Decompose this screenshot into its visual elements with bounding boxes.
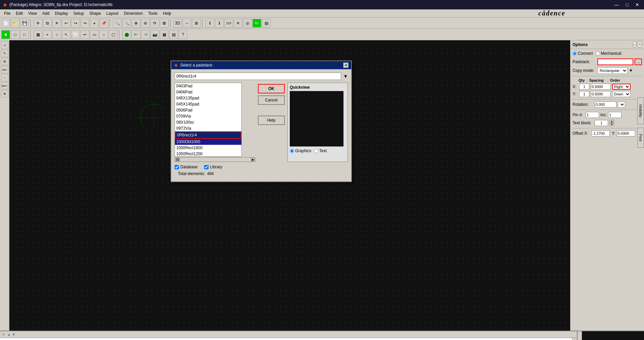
x-qty-input[interactable]: [579, 84, 589, 90]
t2-btn19[interactable]: ?: [179, 30, 187, 39]
3d-btn[interactable]: 3D: [173, 19, 182, 28]
t2-btn12[interactable]: ▢: [109, 30, 118, 39]
undo2-btn[interactable]: ↪: [71, 19, 80, 28]
menu-item-view[interactable]: View: [26, 10, 40, 16]
padstack-browse-button[interactable]: ...: [635, 58, 642, 65]
close-button[interactable]: ✕: [633, 1, 641, 8]
connect-radio-label[interactable]: Connect: [572, 51, 593, 56]
add-btn[interactable]: ●: [90, 19, 99, 28]
log-scrollbar-vertical[interactable]: ▲ ▼: [572, 338, 577, 340]
menu-item-setup[interactable]: Setup: [71, 10, 87, 16]
ok-button[interactable]: OK: [258, 84, 285, 93]
t2-btn18[interactable]: ▤: [169, 30, 178, 39]
zoom-out-btn[interactable]: 🔍: [122, 19, 131, 28]
x-spacing-input[interactable]: [591, 84, 611, 90]
list-item-045X145pad[interactable]: 045X145pad: [175, 101, 241, 107]
calc-btn[interactable]: ✕: [234, 19, 242, 28]
database-checkbox-label[interactable]: Database: [175, 165, 197, 169]
cancel-button[interactable]: Cancel: [258, 95, 285, 105]
move-btn[interactable]: ✛: [34, 19, 42, 28]
dialog-close-button[interactable]: ✕: [343, 62, 349, 68]
t2-btn1[interactable]: ■: [1, 30, 10, 39]
rotation-input[interactable]: [595, 101, 616, 108]
t2-btn5[interactable]: ▪: [43, 30, 52, 39]
textblock-input[interactable]: [595, 120, 608, 126]
t2-btn11[interactable]: ○: [99, 30, 108, 39]
padstack-input[interactable]: [597, 58, 633, 65]
sidebar-btn-3[interactable]: ⊞: [1, 58, 8, 65]
zoom-in-btn[interactable]: 🔍: [113, 19, 122, 28]
mechanical-radio-label[interactable]: Mechanical: [596, 51, 622, 56]
undo3-btn[interactable]: ↪: [81, 19, 89, 28]
t2-btn2[interactable]: □: [11, 30, 19, 39]
offset-x-input[interactable]: [591, 130, 610, 136]
x-order-select[interactable]: Right Left: [612, 84, 631, 90]
canvas-area[interactable]: ★ Select a padstack: ✕ ▼ 0403Pad: [9, 40, 570, 331]
textblock-down-button[interactable]: ▼: [609, 123, 614, 126]
zoom-prev-btn[interactable]: ⊖: [141, 19, 150, 28]
list-item-0403Pad[interactable]: 0403Pad: [175, 83, 241, 89]
find-tab[interactable]: Find: [637, 128, 644, 148]
y-spacing-input[interactable]: [591, 91, 611, 97]
maximize-button[interactable]: □: [624, 1, 631, 8]
t2-btn14[interactable]: ⊢: [132, 30, 140, 39]
menu-item-help[interactable]: Help: [160, 10, 174, 16]
t2-btn8[interactable]: ⬜: [71, 30, 80, 39]
list-item-1000Rect1800[interactable]: 1000Rect1800: [175, 145, 241, 151]
open-btn[interactable]: 📂: [11, 19, 19, 28]
zoom-fit-btn[interactable]: ⊕: [132, 19, 140, 28]
database-checkbox[interactable]: [175, 165, 179, 169]
measure-btn[interactable]: ◎: [243, 19, 252, 28]
options-pin-button[interactable]: +: [633, 42, 636, 47]
visibility-tab[interactable]: Visibility: [637, 97, 644, 124]
y-qty-input[interactable]: [579, 91, 589, 97]
graphics-radio-label[interactable]: Graphics: [290, 148, 311, 153]
padstack-search-input[interactable]: [175, 73, 341, 80]
list-item-0709Via[interactable]: 0709Via: [175, 113, 241, 119]
scroll-up-btn[interactable]: ▲: [572, 338, 577, 340]
graphics-radio[interactable]: [290, 149, 294, 153]
list-item-09T2Via[interactable]: 09T2Via: [175, 125, 241, 131]
save-btn[interactable]: 💾: [20, 19, 29, 28]
text-radio[interactable]: [314, 149, 318, 153]
list-item-08X100sc[interactable]: 08X100sc: [175, 119, 241, 125]
list-scrollbar-horizontal[interactable]: ▶: [175, 157, 255, 162]
y-order-select[interactable]: Down Up: [612, 91, 631, 97]
t2-btn9[interactable]: ↩: [81, 30, 89, 39]
text-radio-label[interactable]: Text: [314, 148, 327, 153]
menu-item-shape[interactable]: Shape: [87, 10, 104, 16]
t2-btn15[interactable]: ⊣: [141, 30, 150, 39]
undo-btn[interactable]: ↩: [62, 19, 71, 28]
grid-btn[interactable]: ⊞: [192, 19, 201, 28]
sidebar-btn-1[interactable]: ↗: [1, 42, 8, 49]
list-item-0406Pad[interactable]: 0406Pad: [175, 89, 241, 95]
library-checkbox-label[interactable]: Library: [204, 165, 222, 169]
zoom-refresh-btn[interactable]: ⟳: [150, 19, 159, 28]
sidebar-btn-6[interactable]: abc+: [1, 82, 8, 89]
list-item-1050Rect1200[interactable]: 1050Rect1200: [175, 151, 241, 157]
list-item-0506Pad[interactable]: 0506Pad: [175, 107, 241, 113]
menu-item-tools[interactable]: Tools: [145, 10, 160, 16]
t2-btn3[interactable]: □: [20, 30, 29, 39]
t2-btn4[interactable]: ▦: [34, 30, 42, 39]
pin-num-input[interactable]: [586, 112, 599, 118]
copy-btn[interactable]: ⧉: [43, 19, 52, 28]
t2-btn7[interactable]: ↖: [62, 30, 71, 39]
t2-btn17[interactable]: ▦: [160, 30, 169, 39]
t2-btn13[interactable]: ⬤: [122, 30, 131, 39]
list-item-045X135pad[interactable]: 045X135pad: [175, 95, 241, 101]
t2-btn16[interactable]: 📷: [150, 30, 159, 39]
padstack-list[interactable]: 0403Pad 0406Pad 045X135pad 045X145pad 05…: [175, 83, 242, 157]
flip-btn[interactable]: ↔: [183, 19, 191, 28]
menu-item-display[interactable]: Display: [52, 10, 71, 16]
mechanical-radio[interactable]: [596, 51, 600, 56]
options-close-button[interactable]: ✕: [638, 42, 642, 47]
connect-radio[interactable]: [572, 51, 577, 56]
delete-btn[interactable]: ✕: [52, 19, 61, 28]
offset-y-input[interactable]: [617, 130, 635, 136]
rotation-select[interactable]: ▼: [618, 101, 625, 108]
123-btn[interactable]: 123: [224, 19, 233, 28]
menu-item-edit[interactable]: Edit: [13, 10, 26, 16]
minimize-button[interactable]: —: [612, 1, 621, 8]
t2-btn10[interactable]: ▭: [90, 30, 99, 39]
